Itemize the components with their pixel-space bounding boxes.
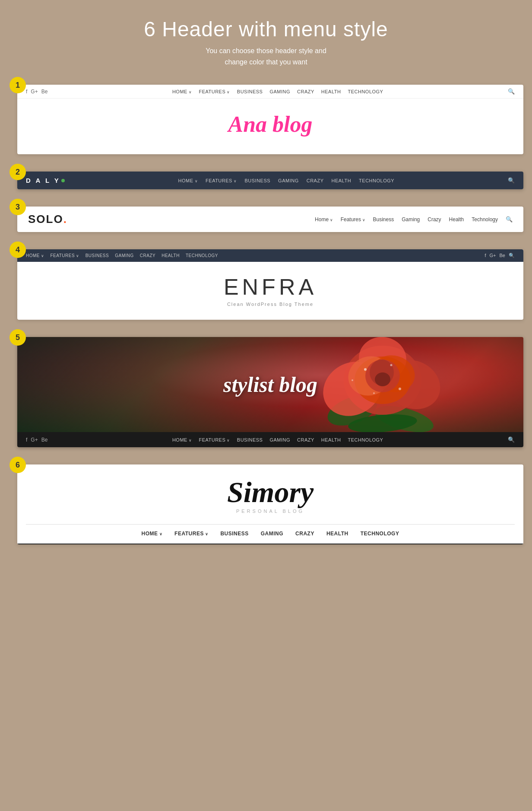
- hero-text: stylist blog: [223, 372, 317, 397]
- logo-dot: .: [63, 213, 67, 226]
- menu-gaming[interactable]: GAMING: [278, 178, 299, 183]
- menu-crazy[interactable]: CRAZY: [295, 531, 314, 537]
- badge-6: 6: [10, 457, 26, 473]
- menu-gaming[interactable]: GAMING: [269, 437, 290, 442]
- header-3: SOLO. Home Features Business Gaming Craz…: [17, 207, 523, 232]
- page-title: 6 Header with menu style: [9, 17, 523, 41]
- search-icon[interactable]: 🔍: [508, 88, 515, 95]
- menu-home[interactable]: HOME: [26, 253, 44, 258]
- menu-technology[interactable]: TECHNOLOGY: [186, 253, 218, 258]
- menu-business[interactable]: BUSINESS: [86, 253, 109, 258]
- menu-home[interactable]: HOME: [172, 437, 192, 442]
- rose-image: [318, 337, 447, 432]
- header-2-nav: D A L Y HOME FEATURES BUSINESS GAMING CR…: [17, 172, 523, 189]
- header-1: f G+ Be HOME FEATURES BUSINESS GAMING CR…: [17, 85, 523, 154]
- menu-gaming[interactable]: GAMING: [269, 89, 290, 94]
- brand-name: ENFRA: [26, 274, 515, 300]
- badge-3: 3: [10, 199, 26, 215]
- svg-point-14: [390, 364, 393, 366]
- header-2-logo: D A L Y: [26, 177, 65, 184]
- menu-technology[interactable]: TECHNOLOGY: [348, 437, 383, 442]
- menu-home[interactable]: HOME: [142, 531, 163, 537]
- menu-crazy[interactable]: CRAZY: [297, 437, 314, 442]
- menu-business[interactable]: BUSINESS: [220, 531, 248, 537]
- badge-5: 5: [10, 329, 26, 346]
- menu-health[interactable]: HEALTH: [332, 178, 352, 183]
- menu-technology[interactable]: Technology: [472, 216, 498, 223]
- menu-features[interactable]: FEATURES: [199, 89, 230, 94]
- badge-2: 2: [10, 164, 26, 180]
- header-4-topbar: HOME FEATURES BUSINESS GAMING CRAZY HEAL…: [17, 249, 523, 262]
- menu-features[interactable]: FEATURES: [199, 437, 230, 442]
- menu-health[interactable]: HEALTH: [162, 253, 180, 258]
- menu-features[interactable]: FEATURES: [174, 531, 208, 537]
- header-6: Simory PERSONAL BLOG HOME FEATURES BUSIN…: [17, 464, 523, 544]
- behance-icon[interactable]: Be: [500, 253, 505, 258]
- header-2-menu: HOME FEATURES BUSINESS GAMING CRAZY HEAL…: [178, 178, 395, 183]
- menu-home[interactable]: HOME: [178, 178, 198, 183]
- menu-health[interactable]: HEALTH: [321, 437, 341, 442]
- menu-gaming[interactable]: GAMING: [261, 531, 283, 537]
- menu-health[interactable]: HEALTH: [321, 89, 341, 94]
- menu-home[interactable]: Home: [315, 216, 333, 223]
- header-4-social: f G+ Be 🔍: [484, 253, 515, 258]
- menu-technology[interactable]: TECHNOLOGY: [348, 89, 383, 94]
- menu-health[interactable]: HEALTH: [326, 531, 348, 537]
- facebook-icon[interactable]: f: [26, 89, 27, 95]
- header-1-nav: f G+ Be HOME FEATURES BUSINESS GAMING CR…: [17, 85, 523, 99]
- menu-business[interactable]: Business: [373, 216, 394, 223]
- page-header: 6 Header with menu style You can choose …: [9, 13, 523, 67]
- menu-gaming[interactable]: Gaming: [402, 216, 420, 223]
- header-1-menu: HOME FEATURES BUSINESS GAMING CRAZY HEAL…: [172, 89, 383, 94]
- header-3-logo: SOLO.: [28, 213, 67, 226]
- header-5-hero: stylist blog: [17, 337, 523, 432]
- header-5-wrapper: 5: [17, 337, 523, 447]
- menu-technology[interactable]: TECHNOLOGY: [359, 178, 394, 183]
- search-icon[interactable]: 🔍: [508, 177, 515, 184]
- menu-crazy[interactable]: CRAZY: [140, 253, 155, 258]
- header-2-wrapper: 2 D A L Y HOME FEATURES BUSINESS GAMING …: [17, 172, 523, 189]
- behance-icon[interactable]: Be: [41, 437, 48, 443]
- menu-health[interactable]: Health: [449, 216, 464, 223]
- header-3-wrapper: 3 SOLO. Home Features Business Gaming Cr…: [17, 207, 523, 232]
- header-4: HOME FEATURES BUSINESS GAMING CRAZY HEAL…: [17, 249, 523, 320]
- menu-features[interactable]: Features: [341, 216, 365, 223]
- svg-point-16: [399, 388, 401, 390]
- svg-point-12: [375, 372, 390, 386]
- badge-1: 1: [10, 77, 26, 93]
- brand-name: Simory: [26, 477, 515, 507]
- facebook-icon[interactable]: f: [484, 253, 486, 258]
- header-1-social: f G+ Be: [26, 89, 48, 95]
- facebook-icon[interactable]: f: [26, 437, 27, 443]
- menu-features[interactable]: FEATURES: [206, 178, 237, 183]
- menu-gaming[interactable]: GAMING: [115, 253, 134, 258]
- header-6-nav: HOME FEATURES BUSINESS GAMING CRAZY HEAL…: [17, 525, 523, 544]
- menu-features[interactable]: FEATURES: [51, 253, 79, 258]
- menu-home[interactable]: HOME: [172, 89, 192, 94]
- search-icon[interactable]: 🔍: [506, 216, 513, 223]
- google-plus-icon[interactable]: G+: [31, 437, 38, 443]
- header-4-menu: HOME FEATURES BUSINESS GAMING CRAZY HEAL…: [26, 253, 218, 258]
- menu-business[interactable]: BUSINESS: [244, 178, 270, 183]
- menu-crazy[interactable]: Crazy: [428, 216, 441, 223]
- search-icon[interactable]: 🔍: [508, 436, 515, 443]
- header-3-nav: SOLO. Home Features Business Gaming Craz…: [17, 207, 523, 232]
- menu-business[interactable]: BUSINESS: [237, 89, 263, 94]
- google-plus-icon[interactable]: G+: [490, 253, 496, 258]
- search-icon[interactable]: 🔍: [509, 253, 515, 258]
- menu-crazy[interactable]: CRAZY: [307, 178, 324, 183]
- header-5: stylist blog f G+ Be HOME FEATURES BUSIN…: [17, 337, 523, 447]
- badge-4: 4: [10, 242, 26, 258]
- header-2: D A L Y HOME FEATURES BUSINESS GAMING CR…: [17, 172, 523, 189]
- header-4-wrapper: 4 HOME FEATURES BUSINESS GAMING CRAZY HE…: [17, 249, 523, 320]
- header-1-wrapper: 1 f G+ Be HOME FEATURES BUSINESS GAMING …: [17, 85, 523, 154]
- brand-tagline: Clean WordPress Blog Theme: [26, 302, 515, 315]
- menu-business[interactable]: BUSINESS: [237, 437, 263, 442]
- google-plus-icon[interactable]: G+: [31, 89, 38, 95]
- menu-crazy[interactable]: CRAZY: [297, 89, 314, 94]
- behance-icon[interactable]: Be: [41, 89, 48, 95]
- svg-point-15: [373, 392, 375, 394]
- header-4-logo: ENFRA Clean WordPress Blog Theme: [17, 262, 523, 320]
- menu-technology[interactable]: TECHNOLOGY: [361, 531, 399, 537]
- header-6-logo: Simory PERSONAL BLOG: [17, 464, 523, 518]
